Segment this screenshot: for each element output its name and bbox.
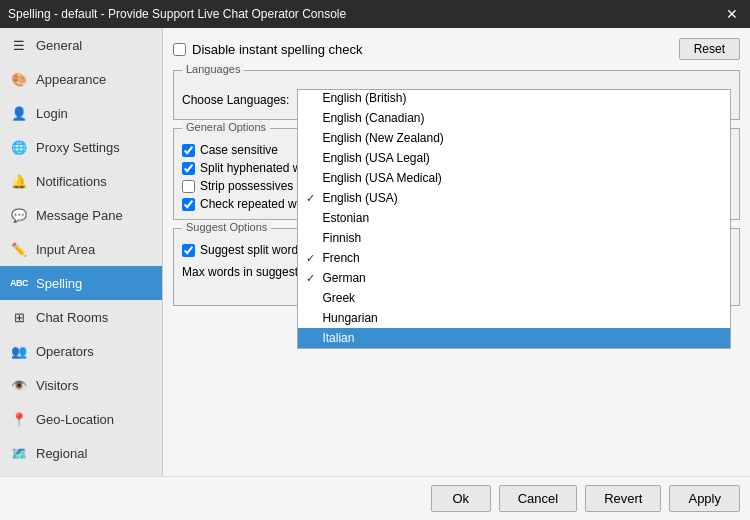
sidebar-item-proxy[interactable]: 🌐Proxy Settings [0,130,162,164]
sidebar-icon-message-pane: 💬 [10,206,28,224]
sidebar-icon-operators: 👥 [10,342,28,360]
ok-button[interactable]: Ok [431,485,491,512]
sidebar-icon-general: ☰ [10,36,28,54]
general-options-title: General Options [182,121,270,133]
sidebar-item-regional[interactable]: 🗺️Regional [0,436,162,470]
languages-title: Languages [182,63,244,75]
sidebar-label-login: Login [36,106,68,121]
sidebar-label-operators: Operators [36,344,94,359]
sidebar-label-regional: Regional [36,446,87,461]
disable-spell-check-row: Disable instant spelling check [173,42,363,57]
sidebar-item-login[interactable]: 👤Login [0,96,162,130]
revert-button[interactable]: Revert [585,485,661,512]
sidebar-icon-spelling: ABC [10,274,28,292]
cancel-button[interactable]: Cancel [499,485,577,512]
language-dropdown-item[interactable]: English (Canadian) [298,108,730,128]
sidebar-icon-appearance: 🎨 [10,70,28,88]
sidebar-icon-visitors: 👁️ [10,376,28,394]
checkbox-check-repeat[interactable] [182,198,195,211]
languages-dropdown[interactable]: BulgarianCatalan (Valencian)CroatianDani… [297,89,731,349]
suggest-split-label: Suggest split words [200,243,304,257]
language-dropdown-item[interactable]: Hungarian [298,308,730,328]
sidebar-icon-input-area: ✏️ [10,240,28,258]
sidebar-icon-proxy: 🌐 [10,138,28,156]
sidebar-icon-regional: 🗺️ [10,444,28,462]
checkbox-case-sensitive[interactable] [182,144,195,157]
language-dropdown-item[interactable]: English (British) [298,89,730,108]
sidebar-label-input-area: Input Area [36,242,95,257]
checkbox-strip-poss[interactable] [182,180,195,193]
sidebar-item-spelling[interactable]: ABCSpelling [0,266,162,300]
sidebar-icon-login: 👤 [10,104,28,122]
language-dropdown-item[interactable]: English (New Zealand) [298,128,730,148]
languages-section: Languages Choose Languages: ▼ BulgarianC… [173,70,740,120]
sidebar: ☰General🎨Appearance👤Login🌐Proxy Settings… [0,28,163,476]
top-bar: Disable instant spelling check Reset [173,38,740,60]
reset-button[interactable]: Reset [679,38,740,60]
sidebar-item-appearance[interactable]: 🎨Appearance [0,62,162,96]
sidebar-label-chat-rooms: Chat Rooms [36,310,108,325]
language-dropdown-item[interactable]: English (USA Legal) [298,148,730,168]
sidebar-label-notifications: Notifications [36,174,107,189]
sidebar-icon-chat-rooms: ⊞ [10,308,28,326]
sidebar-icon-geo-location: 📍 [10,410,28,428]
window-title: Spelling - default - Provide Support Liv… [8,7,346,21]
language-dropdown-item[interactable]: English (USA) [298,188,730,208]
label-case-sensitive: Case sensitive [200,143,278,157]
sidebar-label-spelling: Spelling [36,276,82,291]
choose-languages-row: Choose Languages: ▼ BulgarianCatalan (Va… [182,89,731,111]
sidebar-label-general: General [36,38,82,53]
sidebar-item-general[interactable]: ☰General [0,28,162,62]
language-dropdown-item[interactable]: French [298,248,730,268]
language-dropdown-item[interactable]: Italian [298,328,730,348]
disable-spell-label: Disable instant spelling check [192,42,363,57]
bottom-bar: Ok Cancel Revert Apply [0,476,750,520]
sidebar-icon-notifications: 🔔 [10,172,28,190]
sidebar-item-operators[interactable]: 👥Operators [0,334,162,368]
sidebar-label-proxy: Proxy Settings [36,140,120,155]
sidebar-item-notifications[interactable]: 🔔Notifications [0,164,162,198]
label-strip-poss: Strip possessives [200,179,293,193]
language-dropdown-item[interactable]: Greek [298,288,730,308]
close-button[interactable]: ✕ [722,6,742,22]
checkbox-split-hyphen[interactable] [182,162,195,175]
suggest-split-words-checkbox[interactable] [182,244,195,257]
disable-spell-check-checkbox[interactable] [173,43,186,56]
languages-dropdown-container: ▼ BulgarianCatalan (Valencian)CroatianDa… [297,89,731,111]
choose-languages-label: Choose Languages: [182,93,289,107]
language-dropdown-item[interactable]: German [298,268,730,288]
sidebar-label-appearance: Appearance [36,72,106,87]
sidebar-item-message-pane[interactable]: 💬Message Pane [0,198,162,232]
sidebar-label-message-pane: Message Pane [36,208,123,223]
language-dropdown-item[interactable]: Finnish [298,228,730,248]
sidebar-item-geo-location[interactable]: 📍Geo-Location [0,402,162,436]
title-bar: Spelling - default - Provide Support Liv… [0,0,750,28]
apply-button[interactable]: Apply [669,485,740,512]
content-area: Disable instant spelling check Reset Lan… [163,28,750,476]
sidebar-label-geo-location: Geo-Location [36,412,114,427]
sidebar-item-input-area[interactable]: ✏️Input Area [0,232,162,266]
language-dropdown-item[interactable]: Estonian [298,208,730,228]
sidebar-item-chat-rooms[interactable]: ⊞Chat Rooms [0,300,162,334]
suggest-options-title: Suggest Options [182,221,271,233]
sidebar-item-visitors[interactable]: 👁️Visitors [0,368,162,402]
language-dropdown-item[interactable]: English (USA Medical) [298,168,730,188]
sidebar-label-visitors: Visitors [36,378,78,393]
